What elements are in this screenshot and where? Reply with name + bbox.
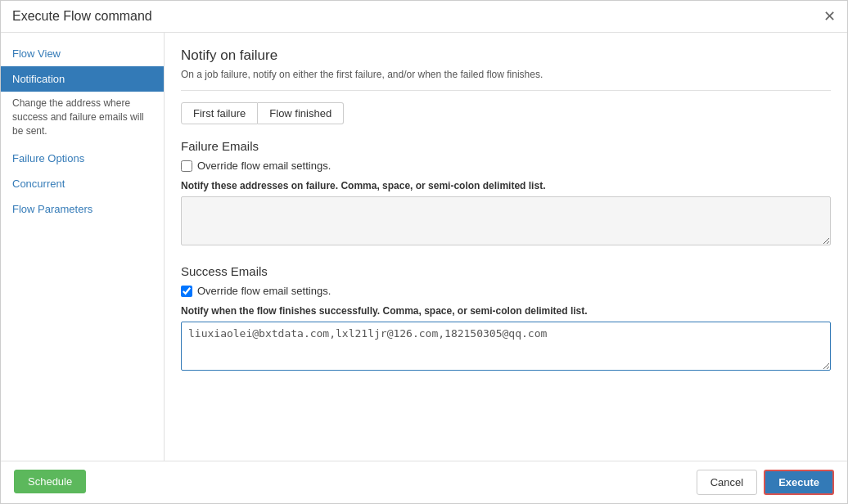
toggle-buttons: First failure Flow finished [181,102,831,124]
failure-field-label: Notify these addresses on failure. Comma… [181,180,831,191]
dialog-footer: Schedule Cancel Execute [1,461,847,503]
sidebar-item-flow-parameters[interactable]: Flow Parameters [1,196,164,222]
sidebar-item-notification[interactable]: Notification [1,66,164,92]
first-failure-button[interactable]: First failure [181,102,258,124]
failure-emails-title: Failure Emails [181,139,831,153]
sidebar-item-flow-view[interactable]: Flow View [1,41,164,66]
execute-button[interactable]: Execute [764,470,834,495]
success-override-row: Override flow email settings. [181,285,831,297]
notify-title: Notify on failure [181,47,831,64]
failure-emails-input[interactable] [181,196,831,245]
schedule-button[interactable]: Schedule [14,470,86,493]
sidebar-item-concurrent[interactable]: Concurrent [1,171,164,196]
success-field-label: Notify when the flow finishes successful… [181,305,831,317]
flow-finished-button[interactable]: Flow finished [258,102,344,124]
sidebar-description: Change the address where success and fai… [1,92,164,146]
dialog-header: Execute Flow command ✕ [1,1,847,33]
success-checkbox-label: Override flow email settings. [197,285,331,297]
cancel-button[interactable]: Cancel [697,470,757,495]
failure-checkbox-label: Override flow email settings. [197,160,331,172]
sidebar-item-failure-options[interactable]: Failure Options [1,146,164,171]
failure-override-row: Override flow email settings. [181,160,831,172]
main-content: Notify on failure On a job failure, noti… [165,33,847,461]
execute-flow-dialog: Execute Flow command ✕ Flow View Notific… [0,0,848,504]
failure-override-checkbox[interactable] [181,160,192,172]
sidebar: Flow View Notification Change the addres… [1,33,165,461]
dialog-body: Flow View Notification Change the addres… [1,33,847,461]
success-emails-input[interactable] [181,322,831,371]
failure-emails-section: Failure Emails Override flow email setti… [181,139,831,248]
success-emails-section: Success Emails Override flow email setti… [181,264,831,373]
notify-description: On a job failure, notify on either the f… [181,69,831,91]
success-emails-title: Success Emails [181,264,831,278]
success-override-checkbox[interactable] [181,286,192,297]
close-icon[interactable]: ✕ [823,7,836,25]
footer-left: Schedule [14,470,690,495]
dialog-title: Execute Flow command [12,9,152,24]
